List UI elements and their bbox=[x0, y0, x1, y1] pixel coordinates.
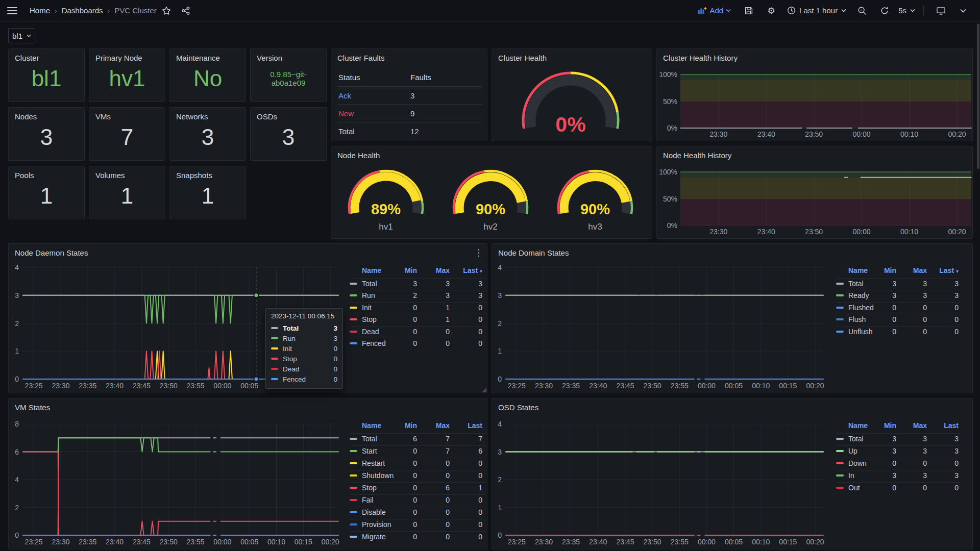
series-name: Up bbox=[848, 447, 857, 455]
legend-col-name[interactable]: Name bbox=[362, 266, 381, 274]
series-name: Ready bbox=[848, 291, 869, 299]
legend-row-dead[interactable]: Dead 000 bbox=[350, 328, 486, 336]
legend-row-up[interactable]: Up 333 bbox=[836, 447, 962, 455]
legend-col-name[interactable]: Name bbox=[848, 421, 868, 430]
stat-title[interactable]: Networks bbox=[176, 112, 208, 121]
legend-row-in[interactable]: In 333 bbox=[836, 471, 962, 480]
stat-title[interactable]: Volumes bbox=[95, 171, 125, 180]
svg-text:00:05: 00:05 bbox=[240, 538, 258, 546]
zoom-out-icon[interactable] bbox=[856, 5, 868, 16]
svg-text:0: 0 bbox=[15, 531, 19, 539]
series-name: Total bbox=[848, 280, 864, 288]
legend-row-total[interactable]: Total 333 bbox=[836, 280, 962, 288]
svg-text:23:40: 23:40 bbox=[106, 382, 124, 390]
tooltip-series-name: Stop bbox=[283, 355, 333, 363]
legend-row-run[interactable]: Run 233 bbox=[350, 291, 486, 299]
panel-node-health-history: Node Health History 0%50%100%23:3023:402… bbox=[656, 146, 973, 239]
time-range-picker[interactable]: Last 1 hour bbox=[787, 6, 846, 15]
legend-row-restart[interactable]: Restart 000 bbox=[350, 459, 486, 467]
node-health-history-chart[interactable]: 0%50%100%23:3023:4023:5000:0000:1000:20 bbox=[657, 146, 973, 239]
svg-text:4: 4 bbox=[498, 263, 502, 271]
legend-row-migrate[interactable]: Migrate 000 bbox=[350, 533, 486, 541]
series-color-dash bbox=[836, 474, 844, 477]
save-dashboard-icon[interactable] bbox=[743, 5, 754, 16]
legend-col-name[interactable]: Name bbox=[848, 266, 868, 274]
svg-text:23:35: 23:35 bbox=[79, 382, 96, 390]
legend-row-total[interactable]: Total 333 bbox=[836, 435, 962, 443]
breadcrumb-dashboards[interactable]: Dashboards bbox=[62, 6, 103, 15]
stat-title[interactable]: Maintenance bbox=[176, 54, 220, 62]
faults-col-status[interactable]: Status bbox=[338, 73, 410, 82]
legend-row-provision[interactable]: Provision 000 bbox=[350, 520, 486, 529]
legend-row-start[interactable]: Start 076 bbox=[350, 447, 486, 455]
series-name: Unflush bbox=[848, 328, 872, 336]
legend-row-flushed[interactable]: Flushed 000 bbox=[836, 304, 962, 312]
node-health-gauges[interactable]: 89%hv190%hv290%hv3 bbox=[331, 146, 653, 239]
stat-panel-nodes: Nodes 3 bbox=[8, 107, 85, 161]
stat-value: hv1 bbox=[89, 65, 165, 91]
series-name: In bbox=[848, 471, 854, 480]
variable-dropdown-cluster[interactable]: bl1 bbox=[8, 28, 35, 43]
star-icon[interactable] bbox=[161, 5, 172, 16]
stat-title[interactable]: Pools bbox=[15, 171, 34, 180]
legend-row-flush[interactable]: Flush 000 bbox=[836, 315, 962, 323]
series-color-dash bbox=[271, 347, 278, 349]
legend-row-down[interactable]: Down 000 bbox=[836, 459, 962, 467]
legend-row-disable[interactable]: Disable 000 bbox=[350, 508, 486, 516]
legend-row-total[interactable]: Total 677 bbox=[350, 435, 486, 443]
menu-icon[interactable] bbox=[7, 7, 17, 14]
series-name: Down bbox=[848, 459, 867, 467]
svg-text:00:20: 00:20 bbox=[948, 130, 966, 138]
stat-title[interactable]: OSDs bbox=[257, 112, 277, 121]
legend-row-shutdown[interactable]: Shutdown 000 bbox=[350, 471, 486, 480]
stat-title[interactable]: VMs bbox=[95, 112, 111, 121]
panel-title[interactable]: Cluster Faults bbox=[337, 54, 385, 62]
faults-col-faults[interactable]: Faults bbox=[410, 73, 431, 82]
legend-row-out[interactable]: Out 000 bbox=[836, 484, 962, 492]
stat-value: 3 bbox=[251, 124, 326, 150]
share-icon[interactable] bbox=[180, 5, 191, 16]
stat-title[interactable]: Version bbox=[257, 54, 282, 62]
refresh-icon[interactable] bbox=[879, 5, 890, 16]
tv-kiosk-icon[interactable] bbox=[935, 5, 946, 16]
stat-title[interactable]: Cluster bbox=[15, 54, 39, 62]
svg-text:23:45: 23:45 bbox=[616, 382, 634, 390]
legend-row-fenced[interactable]: Fenced 000 bbox=[350, 339, 486, 347]
series-name: Flushed bbox=[848, 304, 874, 312]
tooltip-row-init: Init 0 bbox=[271, 343, 337, 354]
svg-text:00:10: 00:10 bbox=[900, 130, 918, 138]
svg-text:23:40: 23:40 bbox=[757, 228, 775, 236]
faults-row-ack: Ack 3 bbox=[338, 87, 481, 105]
svg-text:4: 4 bbox=[15, 475, 19, 484]
svg-text:2: 2 bbox=[15, 504, 19, 512]
panel-resize-handle[interactable] bbox=[482, 388, 486, 392]
faults-header-row: Status Faults bbox=[338, 68, 481, 86]
chevron-down-icon[interactable] bbox=[958, 5, 969, 16]
tooltip-row-run: Run 3 bbox=[271, 333, 337, 343]
cluster-health-gauge[interactable]: 0% bbox=[492, 49, 653, 142]
legend-row-unflush[interactable]: Unflush 000 bbox=[836, 328, 962, 336]
scrollbar-thumb[interactable] bbox=[977, 23, 979, 169]
legend-row-init[interactable]: Init 010 bbox=[350, 304, 486, 312]
stat-title[interactable]: Snapshots bbox=[176, 171, 212, 180]
settings-gear-icon[interactable]: ⚙ bbox=[766, 5, 777, 16]
legend-row-fail[interactable]: Fail 000 bbox=[350, 496, 486, 504]
legend-row-total[interactable]: Total 333 bbox=[350, 280, 486, 288]
add-panel-button[interactable]: Add bbox=[698, 6, 731, 15]
legend-col-name[interactable]: Name bbox=[362, 421, 381, 430]
svg-text:23:35: 23:35 bbox=[79, 538, 96, 546]
refresh-interval-picker[interactable]: 5s bbox=[898, 6, 915, 15]
legend-row-stop[interactable]: Stop 061 bbox=[350, 484, 486, 492]
svg-text:23:40: 23:40 bbox=[106, 538, 124, 546]
legend-row-ready[interactable]: Ready 333 bbox=[836, 291, 962, 299]
panel-node-health: Node Health 89%hv190%hv290%hv3 bbox=[331, 146, 652, 239]
breadcrumb-home[interactable]: Home bbox=[30, 6, 50, 15]
stat-value: bl1 bbox=[9, 65, 84, 91]
legend-row-stop[interactable]: Stop 010 bbox=[350, 315, 486, 323]
cluster-health-history-chart[interactable]: 0%50%100%23:3023:4023:5000:0000:1000:20 bbox=[657, 49, 973, 142]
stat-title[interactable]: Nodes bbox=[15, 112, 37, 121]
stat-value: 3 bbox=[170, 124, 246, 150]
stat-title[interactable]: Primary Node bbox=[95, 54, 142, 62]
stat-value: 1 bbox=[89, 183, 165, 209]
series-color-dash bbox=[350, 294, 357, 296]
